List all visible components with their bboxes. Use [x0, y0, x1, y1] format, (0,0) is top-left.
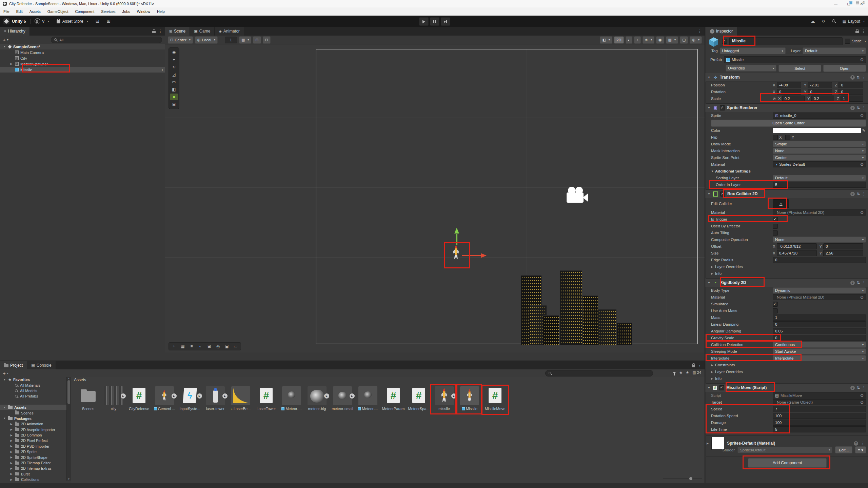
dropdown[interactable]: Center▾	[773, 155, 866, 161]
presets-icon[interactable]: ⇅	[857, 281, 860, 285]
presets-icon[interactable]: ⇅	[857, 386, 860, 390]
pkg-burst[interactable]: Burst	[0, 471, 66, 477]
move-tool[interactable]: +	[170, 56, 178, 63]
asset-missile-sprite[interactable]: missile	[434, 386, 455, 411]
search-icon[interactable]	[832, 19, 836, 23]
object-field[interactable]: missile_0 ⊙	[773, 113, 866, 119]
x-axis-arrow[interactable]	[481, 253, 487, 258]
more-icon[interactable]: ⋮	[862, 29, 866, 34]
lock-icon[interactable]	[692, 365, 695, 367]
menu-component[interactable]: Component	[72, 7, 98, 16]
lock-icon[interactable]	[855, 31, 859, 33]
menu-jobs[interactable]: Jobs	[119, 7, 134, 16]
asset-meteor-prefab-a[interactable]: Meteor-...	[281, 386, 302, 411]
chevron-down-icon[interactable]: ▾	[7, 372, 8, 375]
2d-toggle[interactable]: 2D	[614, 36, 624, 44]
console-status-icon[interactable]: ▤	[855, 0, 859, 5]
edit-button[interactable]: Edit...	[835, 446, 852, 453]
expand-arrow-icon[interactable]	[172, 393, 177, 399]
axis-value-field[interactable]: 0	[777, 89, 801, 95]
edit-collider-tool[interactable]: ■	[170, 94, 178, 100]
value-field[interactable]: 1	[773, 314, 866, 321]
grid-icon[interactable]: ▦	[179, 343, 186, 349]
eyedropper-icon[interactable]: ✎	[862, 128, 865, 133]
asset-meteor-prefab-b[interactable]: Meteor-...	[357, 386, 378, 411]
pkg-2d-psd-importer[interactable]: 2D PSD Importer	[0, 444, 66, 449]
checkbox[interactable]	[773, 230, 778, 236]
help-icon[interactable]: ?	[850, 106, 855, 110]
tab-game[interactable]: Game	[190, 27, 215, 36]
foldout-icon[interactable]: ▼	[708, 281, 711, 284]
foldout-icon[interactable]: ▶	[711, 364, 715, 367]
foldout-icon[interactable]: ▶	[711, 377, 715, 380]
expander-icon[interactable]	[9, 467, 13, 470]
value-field[interactable]: 0	[773, 335, 866, 341]
presets-icon[interactable]: ⇅	[857, 75, 860, 80]
value-field[interactable]: 0.05	[773, 328, 866, 334]
effects-button[interactable]: ∗ ▾	[643, 36, 654, 44]
value-field[interactable]: 100	[773, 413, 866, 419]
menu-help[interactable]: Help	[154, 7, 168, 16]
asset-lasertower[interactable]: LaserTower	[256, 386, 277, 411]
asset-citydefense[interactable]: CityDefense	[129, 386, 150, 411]
more-icon[interactable]: ⋮	[862, 191, 866, 196]
hier-item-city[interactable]: City	[0, 55, 165, 61]
pkg-2d-pixel-perfect[interactable]: 2D Pixel Perfect	[0, 438, 66, 443]
static-control[interactable]: Static ▾	[845, 39, 866, 44]
expander-icon[interactable]	[9, 472, 13, 475]
asset-laser-tower[interactable]: laser-tower	[205, 386, 226, 411]
create-button[interactable]: +	[3, 37, 6, 43]
expander-icon[interactable]	[9, 62, 13, 65]
checkbox[interactable]	[773, 308, 778, 313]
missile-gameobject[interactable]	[453, 245, 462, 266]
pkg-2d-aseprite[interactable]: 2D Aseprite Importer	[0, 427, 66, 432]
foldout-icon[interactable]: ▼	[711, 170, 715, 173]
capture-icon[interactable]: ▣	[223, 343, 231, 349]
pkg-collections[interactable]: Collections	[0, 477, 66, 482]
view-tool[interactable]: ◉	[170, 49, 178, 56]
layer-dropdown[interactable]: Default▾	[803, 47, 866, 54]
expander-icon[interactable]	[9, 434, 13, 437]
value-field[interactable]: 5	[773, 182, 866, 188]
menu-edit[interactable]: Edit	[13, 7, 26, 16]
axis-value-field[interactable]: -0.01107812	[777, 243, 817, 249]
component-header[interactable]: ▼ Box Collider 2D ? ⇅ ⋮	[706, 189, 868, 198]
expand-arrow-icon[interactable]	[121, 393, 126, 399]
object-picker-icon[interactable]: ⊙	[860, 57, 864, 62]
object-picker-icon[interactable]: ⊙	[860, 113, 864, 118]
dropdown[interactable]: Continuous▾	[773, 342, 866, 348]
name-field[interactable]: Missile	[729, 37, 843, 45]
rect-tool[interactable]: ▭	[170, 79, 178, 85]
y-axis-arrow[interactable]	[454, 228, 459, 233]
overlays-button[interactable]: ▢	[680, 36, 688, 44]
lighting-toggle[interactable]: ◐	[626, 36, 633, 44]
foldout-icon[interactable]: ▼	[708, 76, 711, 79]
frame-icon[interactable]: ⊞	[205, 343, 213, 349]
activity-icon[interactable]: ▣	[849, 0, 852, 5]
enabled-checkbox[interactable]	[720, 105, 725, 110]
orientation-button[interactable]: ◎ Local ▾	[195, 36, 218, 44]
expand-arrow-icon[interactable]	[197, 393, 202, 399]
list-icon[interactable]: ≡	[188, 343, 195, 349]
object-field[interactable]: None (Physics Material 2D) ⊙	[773, 294, 866, 300]
pkg-2d-tilemap-extras[interactable]: 2D Tilemap Extras	[0, 466, 66, 471]
chevron-down-icon[interactable]: ▾	[7, 38, 8, 41]
expander-icon[interactable]	[9, 456, 13, 459]
asset-store-button[interactable]: Asset Store ▾	[57, 19, 88, 24]
enabled-checkbox[interactable]	[720, 191, 725, 197]
scroll-down-icon[interactable]: ▼	[67, 478, 70, 480]
overrides-dropdown[interactable]: Overrides▾	[726, 65, 776, 72]
axis-value-field[interactable]: -4.08	[777, 82, 801, 88]
menu-services[interactable]: Services	[98, 7, 119, 16]
add-component-button[interactable]: Add Component	[748, 458, 827, 468]
shader-dropdown[interactable]: Sprites/Default▾	[737, 447, 832, 453]
select-button[interactable]: Select	[778, 65, 821, 72]
dropdown[interactable]: None▾	[773, 237, 866, 243]
axis-value-field[interactable]: 0.4574728	[777, 250, 817, 256]
cloud-icon[interactable]: ☁	[811, 19, 815, 24]
component-header[interactable]: ▼ Missile Move (Script) ? ⇅ ⋮	[706, 383, 868, 392]
expand-arrow-icon[interactable]	[350, 393, 355, 399]
checkbox[interactable]	[773, 217, 778, 222]
history-icon[interactable]: ↺	[822, 19, 825, 24]
lock-icon[interactable]	[152, 31, 156, 33]
